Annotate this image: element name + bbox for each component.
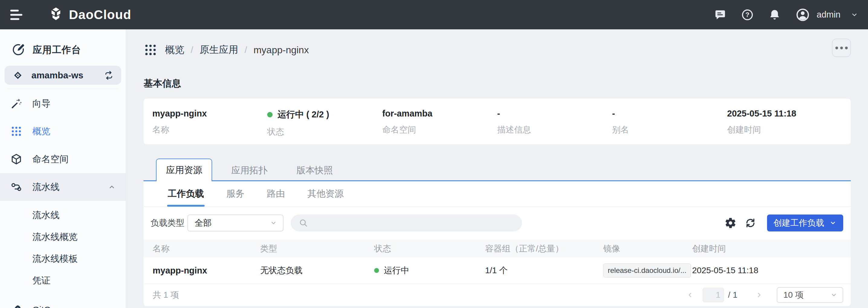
sidebar-item-label: 概览 <box>32 125 51 138</box>
col-header-created: 创建时间 <box>692 243 843 254</box>
breadcrumb-grid-icon[interactable] <box>144 43 157 57</box>
breadcrumb-separator: / <box>191 45 193 55</box>
workspace-name: amamba-ws <box>31 70 84 81</box>
sidebar-item-pipeline[interactable]: 流水线 <box>0 173 126 201</box>
col-header-status: 状态 <box>374 243 485 254</box>
user-menu-chevron-down-icon[interactable] <box>850 10 859 19</box>
top-bar: DaoCloud ? <box>0 0 868 29</box>
sidebar-subitem-pipeline-overview[interactable]: 流水线概览 <box>0 226 126 248</box>
col-header-name: 名称 <box>153 243 260 254</box>
topbar-left: DaoCloud <box>10 7 131 23</box>
more-actions-button[interactable] <box>832 39 851 57</box>
workload-name-link[interactable]: myapp-nginx <box>153 265 260 276</box>
subtab-services[interactable]: 服务 <box>226 181 245 206</box>
page-number-input[interactable] <box>703 288 724 302</box>
user-avatar-icon[interactable] <box>796 7 810 22</box>
product-title: 应用工作台 <box>33 44 81 56</box>
topbar-right: ? admin <box>714 7 859 22</box>
workspace-icon <box>12 69 24 81</box>
workbench-compose-icon <box>11 43 25 57</box>
chevron-up-icon <box>107 183 116 191</box>
sidebar-subitem-credentials[interactable]: 凭证 <box>0 270 126 291</box>
svg-text:?: ? <box>745 11 749 19</box>
resource-subtabs: 工作负载 服务 路由 其他资源 <box>144 181 851 207</box>
table-row[interactable]: myapp-nginx 无状态负载 运行中 1/1 个 release-ci.d… <box>144 257 851 284</box>
settings-gear-icon[interactable] <box>724 217 737 229</box>
subtab-workloads[interactable]: 工作负载 <box>168 181 204 206</box>
col-header-type: 类型 <box>260 243 374 254</box>
workload-created-cell: 2025-05-15 11:18 <box>692 265 843 275</box>
tab-app-resources[interactable]: 应用资源 <box>156 159 212 181</box>
main-tabs: 应用资源 应用拓扑 版本快照 <box>144 159 851 181</box>
chevron-down-icon <box>270 219 277 227</box>
page-size-select[interactable]: 10 项 <box>777 287 843 303</box>
cube-icon <box>10 153 22 165</box>
sidebar-item-label: GitOps <box>32 305 60 308</box>
username-label[interactable]: admin <box>817 10 840 20</box>
breadcrumb-item-native-app[interactable]: 原生应用 <box>199 43 238 57</box>
subtab-routes[interactable]: 路由 <box>267 181 285 206</box>
sidebar-item-gitops[interactable]: GitOps <box>0 296 126 308</box>
prev-page-icon[interactable] <box>686 291 694 299</box>
switch-workspace-icon[interactable] <box>104 70 114 81</box>
image-chip[interactable]: release-ci.daocloud.io/... <box>603 263 691 277</box>
create-workload-button[interactable]: 创建工作负载 <box>767 215 843 231</box>
brand-name: DaoCloud <box>69 7 131 22</box>
sidebar-subitem-pipeline[interactable]: 流水线 <box>0 204 126 226</box>
search-icon <box>299 218 308 228</box>
rocket-icon <box>10 304 22 308</box>
chevron-down-icon <box>830 291 838 299</box>
workload-toolbar: 负载类型 全部 <box>144 215 851 231</box>
sidebar: 应用工作台 amamba-ws <box>0 29 126 308</box>
page-total-label: / 1 <box>728 290 738 300</box>
info-field-alias: - 别名 <box>612 109 727 144</box>
menu-toggle-icon[interactable] <box>10 9 24 21</box>
sidebar-subitem-pipeline-template[interactable]: 流水线模板 <box>0 248 126 270</box>
search-box[interactable] <box>291 215 522 231</box>
workspace-selector[interactable]: amamba-ws <box>4 66 121 85</box>
sidebar-item-wizard[interactable]: 向导 <box>0 89 126 117</box>
subtab-other-resources[interactable]: 其他资源 <box>307 181 344 206</box>
breadcrumb-item-overview[interactable]: 概览 <box>165 43 184 57</box>
tab-app-topology[interactable]: 应用拓扑 <box>221 160 277 181</box>
breadcrumb-separator: / <box>245 45 247 55</box>
sidebar-product-header: 应用工作台 <box>11 43 126 57</box>
pagination: / 1 10 项 <box>686 287 843 303</box>
notifications-bell-icon[interactable] <box>768 8 781 21</box>
workload-type-label: 负载类型 <box>151 217 184 229</box>
sidebar-item-overview[interactable]: 概览 <box>0 117 126 145</box>
breadcrumb-item-current: myapp-nginx <box>254 45 309 56</box>
col-header-image: 镜像 <box>603 243 692 254</box>
daocloud-app: DaoCloud ? <box>0 0 868 308</box>
status-dot-green <box>267 112 273 117</box>
basic-info-card: myapp-nginx 名称 运行中 ( 2/2 ) 状态 for-amamba… <box>144 99 851 144</box>
tabstrip-underline <box>144 180 851 181</box>
refresh-icon[interactable] <box>744 217 756 229</box>
total-count-label: 共 1 项 <box>153 289 179 301</box>
tab-version-snapshot[interactable]: 版本快照 <box>286 160 343 181</box>
feedback-icon[interactable] <box>714 8 726 21</box>
chevron-down-icon <box>829 219 837 227</box>
info-field-description: - 描述信息 <box>497 109 612 144</box>
sidebar-item-label: 流水线 <box>32 181 60 193</box>
grid-dots-icon <box>10 125 22 137</box>
next-page-icon[interactable] <box>755 291 764 299</box>
info-field-status: 运行中 ( 2/2 ) 状态 <box>267 109 382 144</box>
info-field-namespace: for-amamba 命名空间 <box>382 109 497 144</box>
breadcrumb: 概览 / 原生应用 / myapp-nginx <box>144 43 851 57</box>
sidebar-item-label: 向导 <box>32 97 51 110</box>
pipeline-icon <box>10 181 22 193</box>
sidebar-item-namespace[interactable]: 命名空间 <box>0 145 126 173</box>
pipeline-submenu: 流水线 流水线概览 流水线模板 凭证 <box>0 204 126 291</box>
info-field-created: 2025-05-15 11:18 创建时间 <box>727 109 842 144</box>
workload-status-cell: 运行中 <box>374 265 485 276</box>
workload-image-cell: release-ci.daocloud.io/... <box>603 263 692 277</box>
help-icon[interactable]: ? <box>741 8 754 21</box>
workload-type-select[interactable]: 全部 <box>187 215 283 231</box>
status-dot-green <box>374 268 379 273</box>
brand-logo[interactable]: DaoCloud <box>48 7 131 23</box>
sidebar-item-label: 命名空间 <box>32 153 69 166</box>
workload-type-cell: 无状态负载 <box>260 265 374 276</box>
search-input[interactable] <box>308 215 522 231</box>
table-footer: 共 1 项 / 1 10 项 <box>144 284 851 306</box>
